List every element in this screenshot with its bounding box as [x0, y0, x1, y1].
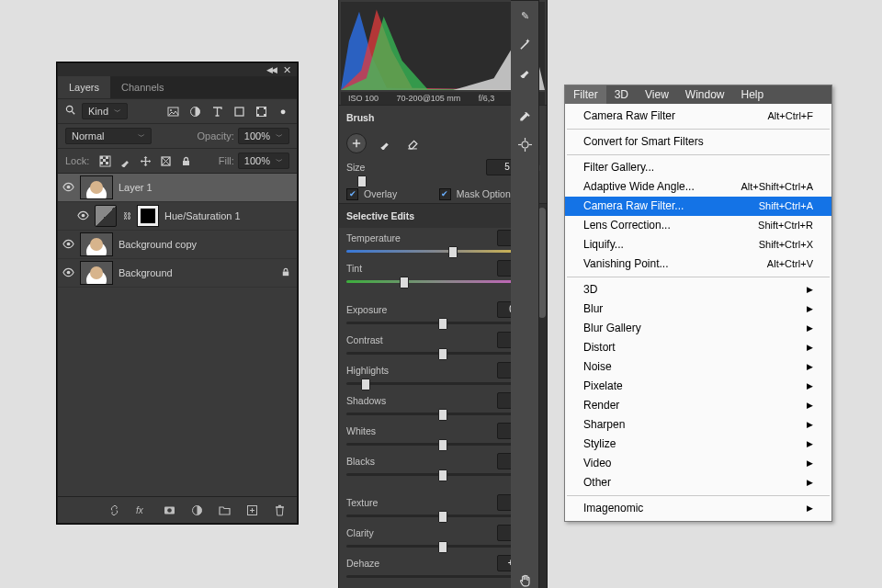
- visibility-toggle-icon[interactable]: [62, 238, 74, 252]
- menu-item[interactable]: Blur▶: [565, 300, 831, 319]
- slider-label: Blacks: [346, 456, 492, 467]
- eyedropper-tool-icon[interactable]: [517, 109, 532, 124]
- menu-item[interactable]: Lens Correction...Shift+Ctrl+R: [565, 216, 831, 235]
- menu-item[interactable]: Pixelate▶: [565, 377, 831, 396]
- menu-item[interactable]: Adaptive Wide Angle...Alt+Shift+Ctrl+A: [565, 177, 831, 197]
- mask-options-label: Mask Options: [457, 188, 515, 199]
- layer-mask-icon[interactable]: [163, 503, 175, 516]
- submenu-arrow-icon: ▶: [807, 436, 813, 452]
- menu-item[interactable]: Blur Gallery▶: [565, 319, 831, 338]
- submenu-arrow-icon: ▶: [807, 456, 813, 471]
- chevron-down-icon: ﹀: [276, 131, 283, 141]
- adjustment-thumb: [95, 205, 117, 227]
- lock-artboard-icon[interactable]: [159, 154, 172, 167]
- menu-item[interactable]: Vanishing Point...Alt+Ctrl+V: [565, 254, 831, 274]
- menu-item-label: Video: [583, 456, 611, 471]
- fill-value: 100%: [244, 155, 270, 166]
- menu-item[interactable]: Liquify...Shift+Ctrl+X: [565, 235, 831, 254]
- menu-bar-item-3d[interactable]: 3D: [606, 85, 637, 104]
- new-layer-icon[interactable]: [245, 503, 258, 516]
- overlay-checkbox[interactable]: [346, 188, 358, 200]
- menu-item-label: Vanishing Point...: [583, 256, 669, 272]
- menu-item[interactable]: Camera Raw Filter...Shift+Ctrl+A: [565, 197, 831, 216]
- slider-label: Texture: [346, 497, 492, 508]
- visibility-toggle-icon[interactable]: [76, 209, 89, 223]
- blend-mode-dropdown[interactable]: Normal ﹀: [65, 128, 152, 144]
- menu-item[interactable]: 3D▶: [565, 280, 831, 300]
- layer-thumb: [80, 232, 113, 256]
- menu-item-label: Camera Raw Filter...: [583, 198, 684, 214]
- layer-name: Hue/Saturation 1: [164, 210, 293, 221]
- tab-channels[interactable]: Channels: [110, 76, 175, 98]
- submenu-arrow-icon: ▶: [807, 282, 813, 298]
- menu-item-label: Sharpen: [583, 417, 625, 433]
- fill-label: Fill:: [219, 155, 234, 166]
- menu-bar-item-filter[interactable]: Filter: [565, 85, 606, 104]
- filter-adjustment-icon[interactable]: [188, 105, 201, 118]
- link-layers-icon[interactable]: [107, 503, 120, 516]
- tab-layers[interactable]: Layers: [58, 76, 110, 98]
- brush-tool-icon[interactable]: [517, 63, 532, 78]
- lock-position-icon[interactable]: [139, 154, 152, 167]
- menu-item[interactable]: Camera Raw FilterAlt+Ctrl+F: [565, 107, 831, 126]
- menu-item[interactable]: Filter Gallery...: [565, 158, 831, 177]
- collapse-icon[interactable]: ◀◀: [266, 65, 276, 74]
- visibility-toggle-icon[interactable]: [62, 266, 74, 280]
- menu-item-label: Blur: [583, 301, 603, 317]
- brush-add-button[interactable]: [346, 133, 367, 153]
- layer-fx-icon[interactable]: [135, 503, 148, 516]
- menu-item[interactable]: Imagenomic▶: [565, 499, 831, 518]
- lock-transparency-icon[interactable]: [98, 154, 111, 167]
- hand-tool-icon[interactable]: [517, 572, 532, 587]
- filter-smartobj-icon[interactable]: [254, 105, 267, 118]
- menu-item[interactable]: Sharpen▶: [565, 415, 831, 435]
- layer-group-icon[interactable]: [218, 503, 231, 516]
- brush-size-label: Size: [346, 162, 481, 173]
- visibility-toggle-icon[interactable]: [62, 181, 74, 195]
- menu-bar-item-window[interactable]: Window: [677, 85, 733, 104]
- target-tool-icon[interactable]: [517, 137, 532, 152]
- menu-item[interactable]: Other▶: [565, 473, 831, 492]
- exif-lens: 70-200@105 mm: [397, 94, 461, 103]
- menu-item[interactable]: Noise▶: [565, 357, 831, 377]
- menu-item[interactable]: Stylize▶: [565, 435, 831, 454]
- menu-item[interactable]: Render▶: [565, 396, 831, 415]
- slider-label: Tint: [346, 263, 492, 274]
- delete-layer-icon[interactable]: [273, 503, 286, 516]
- menu-item[interactable]: Distort▶: [565, 338, 831, 357]
- slider-label: Clarity: [346, 527, 492, 538]
- opacity-dropdown[interactable]: 100% ﹀: [238, 128, 289, 144]
- filter-type-icon[interactable]: [210, 105, 223, 118]
- layer-row[interactable]: Background copy: [58, 231, 297, 259]
- lock-all-icon[interactable]: [179, 154, 192, 167]
- filter-pixel-icon[interactable]: [166, 105, 179, 118]
- link-mask-icon[interactable]: ⛓: [122, 211, 131, 220]
- adjustment-layer-icon[interactable]: [190, 503, 203, 516]
- menu-bar-item-view[interactable]: View: [637, 85, 677, 104]
- menu-item-label: Distort: [583, 340, 616, 356]
- menu-item[interactable]: Convert for Smart Filters: [565, 132, 831, 152]
- menu-item-label: Filter Gallery...: [583, 160, 654, 175]
- layer-row[interactable]: ⛓Hue/Saturation 1: [58, 202, 297, 231]
- close-icon[interactable]: ✕: [283, 64, 291, 76]
- brush-paint-button[interactable]: [376, 134, 394, 153]
- filter-shape-icon[interactable]: [232, 105, 245, 118]
- menu-item-label: 3D: [583, 282, 597, 298]
- fill-dropdown[interactable]: 100% ﹀: [238, 153, 289, 169]
- slider-label: Contrast: [346, 334, 492, 345]
- layer-row[interactable]: Background: [58, 259, 297, 288]
- menu-bar-item-help[interactable]: Help: [733, 85, 773, 104]
- submenu-arrow-icon: ▶: [807, 475, 813, 491]
- menu-item-label: Adaptive Wide Angle...: [583, 179, 695, 195]
- mask-options-checkbox[interactable]: [439, 188, 451, 200]
- menu-item[interactable]: Video▶: [565, 454, 831, 473]
- layer-row[interactable]: Layer 1: [58, 174, 297, 202]
- menu-bar: Filter3DViewWindowHelp: [565, 85, 831, 104]
- edit-tool-icon[interactable]: ✎: [517, 8, 532, 23]
- overlay-label: Overlay: [364, 188, 397, 199]
- layer-kind-dropdown[interactable]: Kind ﹀: [82, 103, 128, 119]
- lock-pixels-icon[interactable]: [119, 154, 131, 167]
- filter-toggle-dot[interactable]: ●: [277, 105, 289, 118]
- brush-erase-button[interactable]: [403, 134, 422, 153]
- wand-tool-icon[interactable]: [517, 36, 532, 51]
